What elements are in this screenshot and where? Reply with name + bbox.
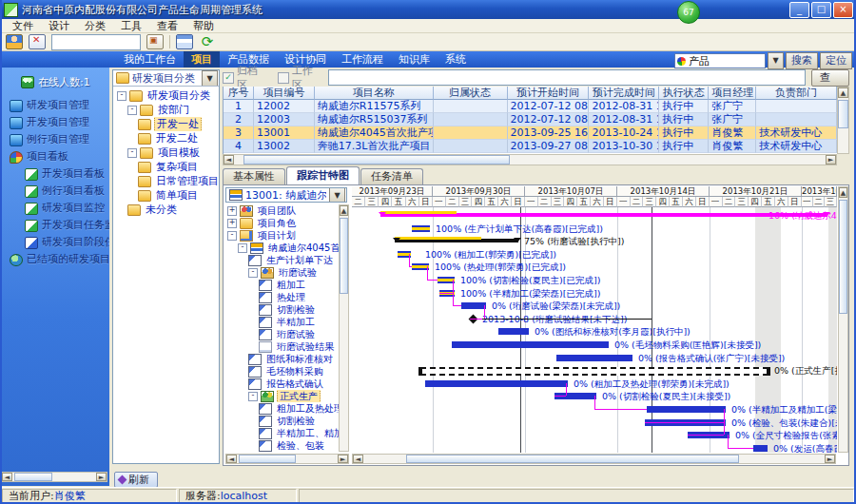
tree-node-日常管理项目[interactable]: 日常管理项目 [115, 174, 219, 188]
tree-node-项目计划[interactable]: -项目计划 [225, 229, 339, 242]
gantt-hscrollbar[interactable]: ◄► [352, 454, 836, 464]
tree-node-粗加工[interactable]: 粗加工 [225, 279, 339, 291]
category-combo-dropdown[interactable]: ▼ [202, 70, 218, 87]
tree-node-正式生产[interactable]: -正式生产 [225, 390, 339, 402]
sidebar-item-开发项目看板[interactable]: 开发项目看板 [0, 165, 109, 183]
menu-item-查看[interactable]: 查看 [150, 19, 185, 33]
sidebar-item-研发项目监控[interactable]: 研发项目监控 [0, 200, 109, 217]
taskbar[interactable] [461, 302, 486, 309]
user-icon[interactable] [6, 34, 23, 49]
tree-node-项目模板[interactable]: -项目模板 [115, 145, 219, 160]
taskbar[interactable] [647, 406, 726, 413]
checked-box-icon[interactable]: ✓ [223, 72, 234, 84]
sidebar-item-研发项目阶段任务监[interactable]: 研发项目阶段任务监 [0, 234, 109, 251]
plan-tree-hscrollbar[interactable]: ◄► [225, 454, 349, 464]
tree-node-未分类[interactable]: 未分类 [115, 203, 219, 217]
calendar-icon[interactable] [176, 34, 193, 49]
phase-summary-bar[interactable] [395, 239, 518, 242]
tree-node-报告格式确认[interactable]: 报告格式确认 [225, 378, 339, 390]
filter-input[interactable] [328, 69, 806, 86]
plan-tree-vscrollbar[interactable]: ▲ [339, 204, 349, 452]
collapse-icon[interactable]: - [127, 148, 137, 158]
taskbar[interactable] [498, 328, 529, 335]
scroll-thumb[interactable] [14, 473, 52, 481]
menu-item-分类[interactable]: 分类 [78, 19, 112, 33]
sidebar-item-例行项目管理[interactable]: 例行项目管理 [0, 131, 109, 148]
minimize-button[interactable]: _ [789, 2, 809, 18]
table-row[interactable]: 413002奔驰17.3L首次批产项目2013-09-27 08:002013-… [224, 140, 837, 153]
menu-item-帮助[interactable]: 帮助 [186, 19, 221, 33]
sidebar-item-项目看板[interactable]: 项目看板 [0, 148, 109, 165]
plan-combo[interactable]: 13001: 纳威迪尔4045首次批产项 ▼ [225, 187, 347, 203]
scroll-thumb[interactable] [239, 455, 296, 463]
scroll-left-arrow[interactable]: ◄ [2, 473, 12, 481]
search-button[interactable]: 搜索 [786, 52, 818, 69]
taskbar-complete[interactable] [412, 225, 430, 232]
sidebar-item-例行项目看板[interactable]: 例行项目看板 [0, 183, 109, 200]
tree-node-珩磨试验[interactable]: 珩磨试验 [225, 328, 339, 340]
sidebar-hscrollbar[interactable]: ◄► [1, 472, 107, 482]
tree-node-检验、包装[interactable]: 检验、包装 [225, 439, 339, 452]
tree-node-珩磨试验结果[interactable]: 珩磨试验结果 [225, 340, 339, 353]
menu-item-设计[interactable]: 设计 [42, 19, 76, 33]
nav-item-我的工作台[interactable]: 我的工作台 [116, 51, 184, 68]
scroll-left-arrow[interactable]: ◄ [353, 455, 363, 463]
table-row[interactable]: 313001纳威迪尔4045首次批产项目2013-09-25 16:002013… [224, 126, 837, 140]
tree-node-简单项目[interactable]: 简单项目 [115, 188, 219, 203]
unchecked-box-icon[interactable] [278, 72, 289, 84]
collapse-icon[interactable]: - [127, 106, 137, 115]
tab-基本属性[interactable]: 基本属性 [223, 168, 285, 184]
table-row[interactable]: 112002纳威迪尔R11575系列2012-07-12 08:002012-0… [224, 100, 837, 113]
category-combo[interactable]: 研发项目分类 ▼ [113, 70, 219, 87]
tree-node-热处理[interactable]: 热处理 [225, 291, 339, 303]
scroll-thumb[interactable] [243, 155, 510, 165]
tree-node-开发一处[interactable]: 开发一处 [115, 117, 219, 131]
tree-node-生产计划单下达[interactable]: 生产计划单下达 [225, 254, 339, 266]
scroll-up-arrow[interactable]: ▲ [838, 87, 848, 98]
tree-node-项目角色[interactable]: +项目角色 [225, 217, 339, 229]
taskbar[interactable] [556, 355, 632, 361]
gantt-vscrollbar[interactable]: ▲ [838, 186, 848, 453]
collapse-icon[interactable]: - [248, 392, 258, 401]
tree-node-图纸和标准核对[interactable]: 图纸和标准核对 [225, 353, 339, 365]
taskbar[interactable] [452, 341, 609, 348]
tree-node-珩磨试验[interactable]: -珩磨试验 [225, 266, 339, 279]
nav-item-系统[interactable]: 系统 [438, 51, 474, 68]
scroll-thumb[interactable] [838, 100, 848, 128]
taskbar[interactable] [753, 445, 768, 452]
security-ball-badge[interactable]: 67 [677, 1, 700, 24]
scroll-thumb[interactable] [406, 455, 739, 463]
maximize-button[interactable]: □ [811, 2, 831, 18]
nav-item-项目[interactable]: 项目 [184, 51, 220, 68]
tree-node-研发项目分类[interactable]: -研发项目分类 [115, 88, 219, 103]
tree-node-切割检验[interactable]: 切割检验 [225, 415, 339, 427]
module-combo-dropdown[interactable]: ▼ [768, 52, 784, 69]
query-button[interactable]: 查询 [811, 69, 849, 87]
tree-node-半精加工、精加工[interactable]: 半精加工、精加工 [225, 427, 339, 439]
refresh-icon[interactable]: ⟳ [199, 36, 216, 48]
tree-node-开发二处[interactable]: 开发二处 [115, 131, 219, 145]
tree-node-粗加工及热处理[interactable]: 粗加工及热处理 [225, 402, 339, 415]
refresh-button[interactable]: 刷新 [114, 472, 158, 488]
tree-node-项目团队[interactable]: +项目团队 [225, 204, 339, 217]
tree-node-切割检验[interactable]: 切割检验 [225, 303, 339, 316]
collapse-icon[interactable]: - [248, 268, 258, 278]
tab-跟踪甘特图[interactable]: 跟踪甘特图 [286, 166, 360, 184]
collapse-icon[interactable]: - [227, 231, 237, 241]
scroll-right-arrow[interactable]: ► [825, 455, 835, 463]
expand-icon[interactable]: + [227, 206, 237, 216]
collapse-icon[interactable]: - [117, 91, 126, 101]
menu-item-文件[interactable]: 文件 [6, 19, 40, 33]
mail-delete-icon[interactable] [29, 34, 46, 49]
sidebar-item-已结项的研发项目[interactable]: 已结项的研发项目 [0, 251, 109, 268]
tree-node-复杂项目[interactable]: 复杂项目 [115, 160, 219, 174]
tree-node-按部门[interactable]: -按部门 [115, 103, 219, 117]
scroll-left-arrow[interactable]: ◄ [224, 155, 234, 165]
toolbar-search-input[interactable] [51, 34, 141, 50]
phase-summary-dashed-bar[interactable] [420, 367, 768, 376]
locate-button[interactable]: 定位 [820, 52, 852, 69]
project-summary-bar[interactable] [380, 213, 827, 217]
table-row[interactable]: 212003纳威迪尔R515037系列2012-07-12 08:002012-… [224, 113, 837, 126]
tab-任务清单[interactable]: 任务清单 [360, 168, 423, 184]
close-button[interactable]: × [833, 2, 853, 18]
